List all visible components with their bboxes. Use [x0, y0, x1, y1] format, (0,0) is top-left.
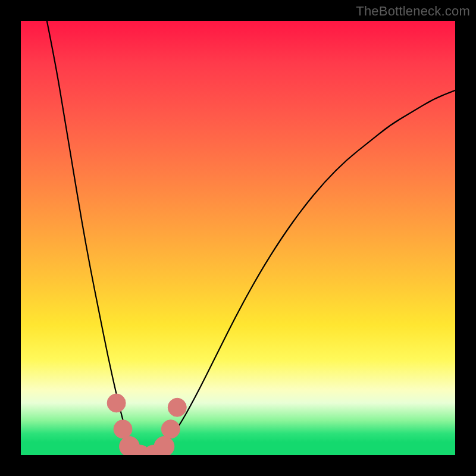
- plot-area: [21, 21, 455, 455]
- bottleneck-curve: [47, 21, 455, 455]
- watermark-text: TheBottleneck.com: [356, 4, 470, 19]
- dot-right-low: [154, 437, 174, 456]
- dot-left-mid: [114, 420, 132, 439]
- dot-right-upper: [168, 398, 186, 416]
- outer-frame: TheBottleneck.com: [0, 0, 476, 476]
- dot-right-mid: [161, 420, 180, 439]
- bottleneck-curve-svg: [21, 21, 455, 455]
- dot-left-upper: [107, 394, 126, 412]
- curve-markers: [107, 394, 186, 455]
